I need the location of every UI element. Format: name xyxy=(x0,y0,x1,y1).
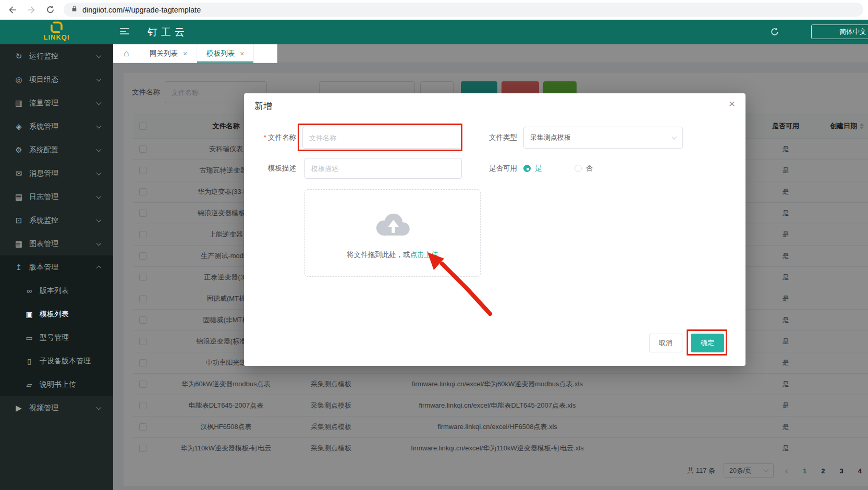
sidebar-sub-item-label: 说明书上传 xyxy=(40,380,76,389)
confirm-button[interactable]: 确定 xyxy=(691,334,724,352)
sidebar-sub-item[interactable]: ▭ 型号管理 xyxy=(0,326,113,349)
sidebar-item[interactable]: ▥ 流量管理 xyxy=(0,91,113,115)
app-header: LINKQI 钉工云 简体中文 xyxy=(0,20,868,44)
sidebar-item[interactable]: ◎ 项目组态 xyxy=(0,68,113,91)
language-button[interactable]: 简体中文 xyxy=(811,24,868,39)
sidebar-sub-item-label: 模板列表 xyxy=(40,310,69,319)
tab[interactable]: 模板列表 × xyxy=(197,44,254,63)
sidebar-bottom-items: ▶ 视频管理 xyxy=(0,396,113,420)
browser-forward-icon[interactable] xyxy=(25,4,38,16)
sidebar-item[interactable]: ▦ 图表管理 xyxy=(0,232,113,255)
message-icon: ✉ xyxy=(15,169,23,178)
radio-no[interactable]: 否 xyxy=(574,164,593,173)
chevron-down-icon xyxy=(96,405,102,410)
refresh-icon: ↻ xyxy=(15,52,23,61)
sidebar-item[interactable]: ⊡ 系统监控 xyxy=(0,209,113,232)
tab-close-icon[interactable]: × xyxy=(240,50,244,58)
dialog-title: 新增 xyxy=(254,100,272,112)
gear-icon: ⚙ xyxy=(15,145,23,155)
sidebar-sub-items: ∞ 版本列表 ▣ 模板列表 ▭ 型号管理 ▯ xyxy=(0,279,113,396)
sidebar-item-label: 系统监控 xyxy=(29,216,58,225)
browser-bar: dingiiot.com/#/upgrade-tagtemplate xyxy=(0,0,868,20)
sidebar-sub-item-label: 版本列表 xyxy=(40,286,69,296)
radio-yes[interactable]: 是 xyxy=(523,164,542,173)
sidebar-sub-item[interactable]: ▣ 模板列表 xyxy=(0,302,113,326)
sidebar-item-label: 消息管理 xyxy=(29,169,58,178)
model-icon: ▭ xyxy=(25,334,33,342)
sidebar-sub-item[interactable]: ▱ 说明书上传 xyxy=(0,373,113,396)
manual-icon: ▱ xyxy=(25,381,33,389)
template-icon: ▣ xyxy=(25,310,33,318)
sim-icon: ▥ xyxy=(15,99,23,108)
available-radio-group: 是 否 xyxy=(523,157,593,179)
sidebar-sub-item[interactable]: ▯ 子设备版本管理 xyxy=(0,349,113,373)
chevron-down-icon xyxy=(96,240,102,246)
sidebar-item[interactable]: ▤ 日志管理 xyxy=(0,185,113,209)
home-icon: ⌂ xyxy=(124,48,129,59)
sidebar-item-label: 图表管理 xyxy=(29,239,58,249)
file-name-field[interactable] xyxy=(309,134,455,142)
file-type-select[interactable]: 采集测点模板 xyxy=(523,127,683,149)
click-upload-link[interactable]: 点击上传 xyxy=(410,251,438,259)
url-bar[interactable]: dingiiot.com/#/upgrade-tagtemplate xyxy=(64,3,863,17)
sidebar-item-label: 系统管理 xyxy=(29,122,58,131)
browser-back-icon[interactable] xyxy=(6,4,19,16)
tab[interactable]: 网关列表 × xyxy=(140,44,197,63)
file-type-label: 文件类型 xyxy=(449,127,517,149)
sidebar-sub-item-label: 型号管理 xyxy=(40,333,69,342)
dialog-close-icon[interactable]: × xyxy=(729,97,735,110)
chevron-down-icon xyxy=(96,193,102,199)
desc-label: 模板描述 xyxy=(244,157,296,179)
chevron-down-icon xyxy=(96,146,102,152)
sidebar-item[interactable]: ⚙ 系统配置 xyxy=(0,138,113,162)
file-name-label: *文件名称 xyxy=(244,127,296,149)
sidebar-item-version-management[interactable]: ↥ 版本管理 xyxy=(0,255,113,279)
sidebar-item[interactable]: ▶ 视频管理 xyxy=(0,396,113,420)
device-icon: ▯ xyxy=(25,357,33,365)
tab-label: 模板列表 xyxy=(206,49,235,58)
home-tab[interactable]: ⌂ xyxy=(113,44,140,63)
chevron-down-icon xyxy=(96,170,102,175)
chevron-down-icon xyxy=(672,134,677,140)
sidebar-item[interactable]: ✉ 消息管理 xyxy=(0,162,113,185)
log-icon: ▤ xyxy=(15,192,23,202)
browser-refresh-icon[interactable] xyxy=(44,4,56,16)
sidebar-sub-item[interactable]: ∞ 版本列表 xyxy=(0,279,113,302)
brand-text: LINKQI xyxy=(43,33,69,41)
upload-cloud-icon xyxy=(371,207,414,240)
desc-field[interactable] xyxy=(311,165,455,173)
chevron-down-icon xyxy=(96,123,102,128)
chevron-down-icon xyxy=(96,76,102,81)
radio-dot xyxy=(574,165,582,172)
sidebar-item[interactable]: ◈ 系统管理 xyxy=(0,115,113,138)
tab-label: 网关列表 xyxy=(150,49,178,58)
chart-icon: ▦ xyxy=(15,239,23,249)
header-refresh-icon[interactable] xyxy=(769,27,780,39)
sidebar-item[interactable]: ↻ 运行监控 xyxy=(0,44,113,68)
page: dingiiot.com/#/upgrade-tagtemplate LINKQ… xyxy=(0,0,868,490)
desc-field-wrap xyxy=(304,158,462,179)
sidebar-item-label: 运行监控 xyxy=(29,52,58,61)
sidebar-group-version: ↥ 版本管理 ∞ 版本列表 ▣ 模板列表 xyxy=(0,255,113,396)
play-icon: ▶ xyxy=(15,403,23,413)
collapse-menu-icon[interactable] xyxy=(120,28,130,36)
sidebar-item-label: 系统配置 xyxy=(29,145,58,155)
file-name-field-wrap xyxy=(302,127,462,149)
tabs: 网关列表 × 模板列表 × xyxy=(140,44,254,63)
upload-dropzone[interactable]: 将文件拖到此处，或点击上传 xyxy=(304,189,481,277)
chevron-up-icon xyxy=(96,265,102,271)
target-icon: ◎ xyxy=(15,75,23,84)
sidebar-item-label: 日志管理 xyxy=(29,192,58,202)
tab-close-icon[interactable]: × xyxy=(183,50,187,58)
cancel-button[interactable]: 取消 xyxy=(649,334,682,352)
logo: LINKQI xyxy=(0,17,113,44)
sidebar-item-label: 项目组态 xyxy=(29,75,58,84)
linkqi-logo-icon xyxy=(50,20,64,34)
add-dialog: 新增 × *文件名称 文件类型 采集测点模板 模板描述 是否可用 是 否 xyxy=(244,93,745,366)
radio-dot xyxy=(523,165,531,172)
sidebar: ↻ 运行监控 ◎ 项目组态 ▥ 流量管理 ◈ xyxy=(0,44,113,490)
sidebar-item-label: 视频管理 xyxy=(29,403,58,413)
chevron-down-icon xyxy=(96,217,102,222)
chevron-down-icon xyxy=(96,53,102,58)
app-title: 钉工云 xyxy=(148,26,188,39)
